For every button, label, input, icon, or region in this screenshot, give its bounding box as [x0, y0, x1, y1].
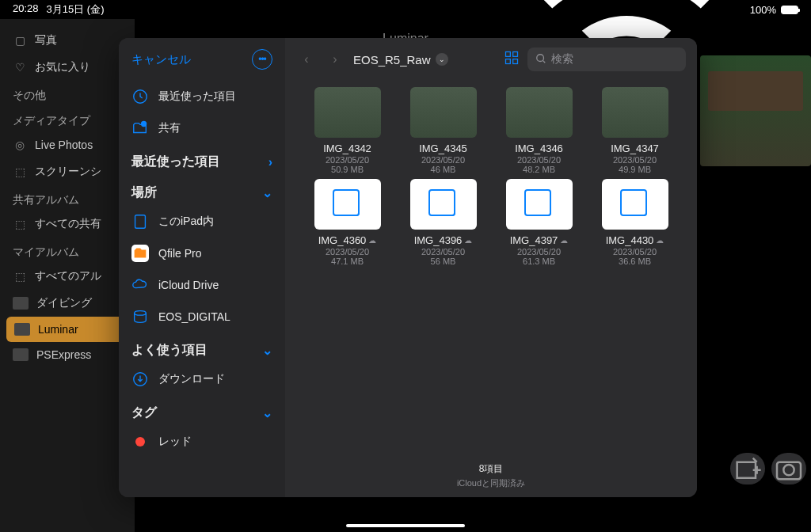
- file-size: 47.1 MB: [331, 256, 364, 266]
- picker-icloud[interactable]: iCloud Drive: [119, 269, 285, 301]
- svg-rect-7: [506, 52, 511, 57]
- file-item[interactable]: IMG_43462023/05/2048.2 MB: [493, 87, 585, 174]
- path-title[interactable]: EOS_R5_Raw ⌄: [353, 53, 448, 66]
- home-indicator[interactable]: [346, 524, 465, 527]
- heart-icon: ♡: [13, 60, 27, 74]
- add-album-button[interactable]: [730, 453, 765, 484]
- photo-icon: ▢: [13, 33, 27, 48]
- svg-rect-9: [506, 59, 511, 64]
- sidebar-myalbum-header: マイアルバム: [0, 238, 135, 263]
- picker-downloads[interactable]: ダウンロード: [119, 363, 285, 395]
- view-grid-button[interactable]: [504, 50, 520, 69]
- clock-icon: [131, 88, 149, 105]
- search-icon: [535, 53, 546, 66]
- qfile-icon: [131, 245, 149, 262]
- file-item[interactable]: IMG_4396☁︎2023/05/2056 MB: [397, 179, 489, 266]
- status-bar: 20:28 3月15日 (金) 100%: [0, 0, 811, 19]
- camera-button[interactable]: [771, 453, 806, 484]
- sidebar-livephotos[interactable]: ◎Live Photos: [0, 131, 135, 158]
- picker-ipad[interactable]: このiPad内: [119, 206, 285, 238]
- file-item[interactable]: IMG_4360☁︎2023/05/2047.1 MB: [301, 179, 394, 266]
- file-picker: キャンセル ••• 最近使った項目 共有 最近使った項目 › 場所 ⌄ このiP…: [119, 38, 697, 497]
- item-count: 8項目: [293, 462, 689, 476]
- tag-red-icon: [131, 433, 149, 450]
- file-size: 49.9 MB: [619, 165, 651, 174]
- file-size: 46 MB: [431, 165, 456, 174]
- picker-eos[interactable]: EOS_DIGITAL: [119, 301, 285, 332]
- svg-point-5: [135, 311, 147, 316]
- file-size: 50.9 MB: [331, 165, 364, 174]
- file-thumb: [602, 87, 668, 138]
- picker-fav-header[interactable]: よく使う項目 ⌄: [119, 332, 285, 363]
- chevron-right-icon: ›: [268, 155, 272, 169]
- disk-icon: [131, 308, 149, 325]
- sidebar-shared-header: 共有アルバム: [0, 185, 135, 211]
- status-date: 3月15日 (金): [47, 2, 105, 17]
- file-name: IMG_4397☁︎: [510, 234, 569, 246]
- file-size: 61.3 MB: [523, 256, 555, 266]
- battery-icon: [781, 6, 798, 14]
- file-name: IMG_4345: [419, 142, 467, 154]
- file-thumb: [410, 87, 477, 138]
- picker-recent-header[interactable]: 最近使った項目 ›: [119, 144, 285, 175]
- picker-places-header[interactable]: 場所 ⌄: [119, 175, 285, 206]
- file-name: IMG_4396☁︎: [414, 234, 473, 246]
- file-date: 2023/05/20: [517, 247, 561, 256]
- sidebar-diving[interactable]: ダイビング: [0, 290, 135, 317]
- file-doc-icon: [410, 179, 477, 230]
- live-icon: ◎: [13, 138, 27, 152]
- file-item[interactable]: IMG_43472023/05/2049.9 MB: [588, 87, 681, 174]
- file-date: 2023/05/20: [613, 247, 657, 256]
- bg-toolbar: [730, 453, 806, 484]
- sidebar-media-header: メディアタイプ: [0, 106, 135, 131]
- file-date: 2023/05/20: [421, 247, 465, 256]
- file-item[interactable]: IMG_4397☁︎2023/05/2061.3 MB: [493, 179, 585, 266]
- picker-qfile[interactable]: Qfile Pro: [119, 238, 285, 269]
- picker-shared[interactable]: 共有: [119, 112, 285, 144]
- svg-rect-4: [135, 215, 146, 229]
- battery-pct: 100%: [750, 4, 776, 16]
- file-size: 48.2 MB: [523, 165, 555, 174]
- thumb-icon: [13, 348, 29, 361]
- file-date: 2023/05/20: [421, 155, 465, 165]
- file-doc-icon: [314, 179, 381, 230]
- cancel-button[interactable]: キャンセル: [131, 52, 191, 67]
- file-date: 2023/05/20: [326, 247, 369, 256]
- sidebar-screenshots[interactable]: ⬚スクリーンシ: [0, 158, 135, 185]
- icloud-icon: [131, 276, 149, 294]
- file-grid: IMG_43422023/05/2050.9 MBIMG_43452023/05…: [285, 81, 697, 454]
- download-icon: [131, 370, 149, 388]
- file-item[interactable]: IMG_43422023/05/2050.9 MB: [301, 87, 394, 174]
- chevron-down-icon: ⌄: [436, 53, 448, 66]
- search-input[interactable]: 検索: [527, 48, 686, 71]
- sidebar-psexpress[interactable]: PSExpress: [0, 342, 135, 367]
- picker-tag-header[interactable]: タグ ⌄: [119, 395, 285, 426]
- file-name: IMG_4360☁︎: [318, 234, 377, 246]
- file-name: IMG_4346: [515, 142, 563, 154]
- svg-rect-8: [513, 52, 518, 57]
- sidebar-shared-all[interactable]: ⬚すべての共有: [0, 211, 135, 238]
- picker-tag-red[interactable]: レッド: [119, 426, 285, 458]
- more-button[interactable]: •••: [252, 49, 272, 70]
- cloud-icon: ☁︎: [560, 236, 568, 245]
- svg-point-1: [783, 465, 794, 475]
- nav-forward-button[interactable]: ›: [325, 49, 345, 70]
- thumb-icon: [13, 297, 29, 310]
- file-size: 56 MB: [431, 256, 456, 266]
- svg-point-11: [537, 54, 544, 61]
- file-item[interactable]: IMG_43452023/05/2046 MB: [397, 87, 489, 174]
- picker-toolbar: ‹ › EOS_R5_Raw ⌄ 検索: [285, 38, 697, 81]
- file-item[interactable]: IMG_4430☁︎2023/05/2036.6 MB: [588, 179, 681, 266]
- sidebar-photos[interactable]: ▢写真: [0, 27, 135, 54]
- picker-recent[interactable]: 最近使った項目: [119, 81, 285, 112]
- nav-back-button[interactable]: ‹: [296, 49, 317, 70]
- svg-point-3: [141, 121, 147, 127]
- screenshot-icon: ⬚: [13, 165, 27, 179]
- picker-footer: 8項目 iCloudと同期済み: [285, 454, 697, 497]
- chevron-down-icon: ⌄: [262, 343, 272, 358]
- sidebar-favorites[interactable]: ♡お気に入り: [0, 54, 135, 81]
- cloud-icon: ☁︎: [656, 236, 664, 245]
- sidebar-luminar[interactable]: Luminar: [6, 317, 128, 342]
- ipad-icon: [131, 213, 149, 230]
- sidebar-allalbums[interactable]: ⬚すべてのアル: [0, 263, 135, 290]
